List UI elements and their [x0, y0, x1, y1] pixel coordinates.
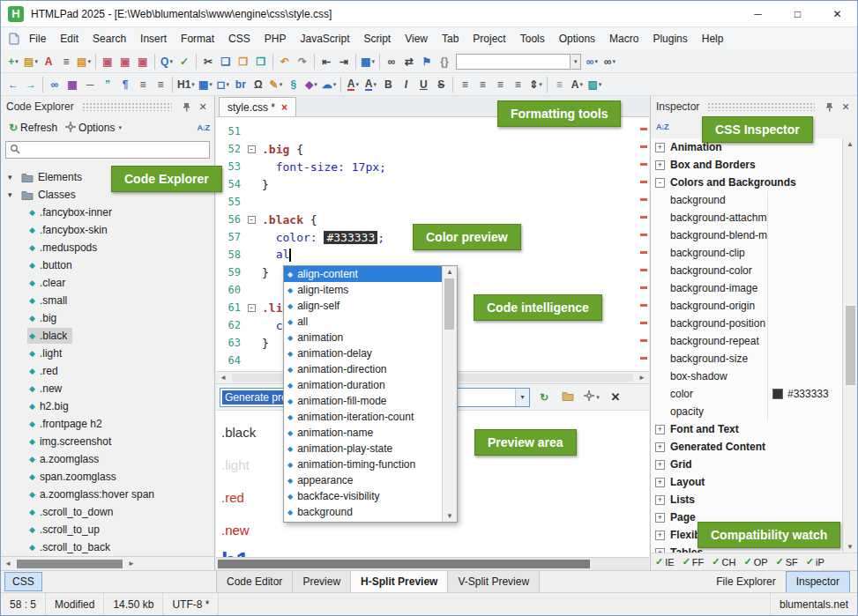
tree-item-black[interactable]: ◆.black	[1, 327, 214, 345]
highlight-color-button[interactable]: A▾	[362, 75, 379, 94]
insert-image-button[interactable]: ▦	[63, 75, 81, 94]
inspector-section-lists[interactable]: +Lists	[651, 491, 842, 508]
fold-toggle-icon[interactable]: -	[248, 145, 256, 153]
pin-icon[interactable]	[180, 102, 192, 112]
save-button[interactable]: ▣	[99, 52, 116, 71]
site-link[interactable]: blumentals.net	[770, 593, 857, 615]
tree-item-fancybox-inner[interactable]: ◆.fancybox-inner	[1, 204, 214, 221]
inspector-prop-background-origin[interactable]: background-origin	[651, 297, 842, 315]
underline-button[interactable]: U	[414, 75, 432, 94]
scroll-right-icon[interactable]: ►	[124, 560, 138, 568]
save-all-button[interactable]: ▣	[116, 52, 134, 71]
scroll-down-icon[interactable]: ▼	[847, 543, 854, 551]
autocomplete-item-backface-visibility[interactable]: ◆backface-visibility	[284, 488, 442, 504]
autocomplete-item-animation-timing-function[interactable]: ◆animation-timing-function	[284, 456, 442, 472]
expand-toggle-icon[interactable]: +	[655, 442, 665, 452]
italic-button[interactable]: I	[397, 75, 414, 94]
line-spacing-button[interactable]: ⇕▾	[526, 75, 544, 94]
search-button[interactable]: Q▾	[158, 52, 175, 71]
tree-item-h2-big[interactable]: ◆h2.big	[1, 397, 214, 415]
line-break-button[interactable]: br	[232, 75, 250, 94]
strikethrough-button[interactable]: S	[432, 75, 450, 94]
document-tab[interactable]: style.css * ×	[219, 97, 296, 116]
view-tab-h-split-preview[interactable]: H-Split Preview	[351, 571, 448, 593]
autocomplete-item-animation-direction[interactable]: ◆animation-direction	[284, 361, 442, 377]
unindent-button[interactable]: ⇤	[317, 52, 335, 71]
tree-item-light[interactable]: ◆.light	[1, 345, 214, 362]
bold-button[interactable]: B	[379, 75, 397, 94]
font-color-button[interactable]: A▾	[344, 75, 362, 94]
inspector-prop-box-shadow[interactable]: box-shadow	[651, 367, 842, 385]
redo-button[interactable]: ↷	[294, 52, 311, 71]
edit-tag-button[interactable]: ✎▾	[267, 75, 285, 94]
tree-item-red[interactable]: ◆.red	[1, 362, 214, 380]
inspector-prop-background-clip[interactable]: background-clip	[651, 244, 842, 262]
indent-button[interactable]: ⇥	[335, 52, 353, 71]
expand-toggle-icon[interactable]: +	[655, 478, 665, 487]
preview-open-folder-button[interactable]	[558, 388, 578, 407]
tree-item-scroll-to-down[interactable]: ◆.scroll_to_down	[1, 503, 214, 521]
panel-grip[interactable]	[82, 102, 172, 111]
scroll-up-icon[interactable]: ▲	[847, 140, 854, 148]
inspector-prop-background-position[interactable]: background-position	[651, 315, 842, 332]
align-right-button[interactable]: ≡	[491, 75, 509, 94]
quick-search-combobox[interactable]: ▾	[456, 54, 581, 70]
autocomplete-item-animation-name[interactable]: ◆animation-name	[284, 425, 442, 441]
inspector-section-box-and-borders[interactable]: +Box and Borders	[651, 156, 842, 174]
clipboard-history-button[interactable]: ❒	[252, 52, 270, 71]
options-button[interactable]: Options ▾	[63, 120, 124, 137]
fold-toggle-icon[interactable]: -	[248, 216, 256, 224]
expand-toggle-icon[interactable]: -	[655, 178, 665, 188]
autocomplete-item-animation-delay[interactable]: ◆animation-delay	[284, 345, 442, 361]
autocomplete-item-align-self[interactable]: ◆align-self	[284, 298, 442, 314]
expand-toggle-icon[interactable]: +	[655, 160, 665, 170]
inspector-prop-background-image[interactable]: background-image	[651, 279, 842, 297]
new-document-button[interactable]: +▾	[4, 52, 22, 71]
omega-button[interactable]: Ω	[250, 75, 267, 94]
insert-link-button[interactable]: ∞	[46, 75, 63, 94]
panel-close-icon[interactable]: ✕	[197, 101, 209, 113]
code-line[interactable]: 53 font-size: 17px;	[216, 158, 649, 175]
inspector-section-layout[interactable]: +Layout	[651, 473, 842, 491]
inspector-prop-background-color[interactable]: background-color	[651, 262, 842, 279]
align-center-button[interactable]: ≡	[474, 75, 491, 94]
panel-close-icon[interactable]: ✕	[839, 101, 852, 113]
tree-item-frontpage-h2[interactable]: ◆.frontpage h2	[1, 415, 214, 433]
tree-item-scroll-to-back[interactable]: ◆.scroll_to_back	[1, 538, 214, 556]
code-line[interactable]: 55	[216, 193, 649, 211]
back-button[interactable]: ←	[4, 75, 22, 94]
inspector-section-grid[interactable]: +Grid	[651, 456, 842, 473]
align-left-button[interactable]: ≡	[456, 75, 474, 94]
preview-refresh-button[interactable]: ↻	[534, 388, 554, 407]
expand-toggle-icon[interactable]: +	[655, 513, 665, 523]
menu-project[interactable]: Project	[466, 29, 512, 48]
view-tab-v-split-preview[interactable]: V-Split Preview	[448, 571, 540, 593]
search-options-button[interactable]: ∞▾	[601, 52, 619, 71]
preview-close-button[interactable]: ✕	[606, 388, 625, 407]
scrollbar-thumb[interactable]	[444, 278, 454, 330]
scroll-down-icon[interactable]: ▼	[446, 512, 453, 520]
insert-div-button[interactable]: ◻▾	[214, 75, 232, 94]
insert-hr-button[interactable]: ─	[81, 75, 99, 94]
inspector-prop-opacity[interactable]: opacity	[651, 403, 842, 420]
layout-views-button[interactable]: ▦▾	[359, 52, 377, 71]
find-next-button[interactable]: ∞▾	[584, 52, 601, 71]
inspector-prop-background[interactable]: background	[651, 191, 842, 209]
scroll-up-icon[interactable]: ▲	[446, 268, 453, 276]
menu-format[interactable]: Format	[174, 29, 221, 48]
tree-item-clear[interactable]: ◆.clear	[1, 274, 214, 292]
numbered-list-button[interactable]: ≡	[152, 75, 169, 94]
panel-tab-inspector[interactable]: Inspector	[786, 571, 850, 593]
scrollbar-thumb[interactable]	[846, 306, 855, 385]
menu-plugins[interactable]: Plugins	[645, 29, 694, 48]
menu-php[interactable]: PHP	[257, 29, 294, 48]
expander-icon[interactable]: ▾	[8, 190, 19, 199]
autocomplete-item-all[interactable]: ◆all	[284, 314, 442, 330]
inspector-section-colors-and-backgrounds[interactable]: -Colors and Backgrounds	[651, 174, 842, 191]
bullet-list-button[interactable]: ≡	[134, 75, 152, 94]
document-icon[interactable]	[6, 33, 22, 45]
scrollbar-thumb[interactable]	[218, 560, 590, 568]
refresh-button[interactable]: ↻ Refresh	[6, 120, 60, 136]
minimize-button[interactable]: ─	[738, 1, 778, 27]
expand-toggle-icon[interactable]: +	[655, 143, 665, 152]
